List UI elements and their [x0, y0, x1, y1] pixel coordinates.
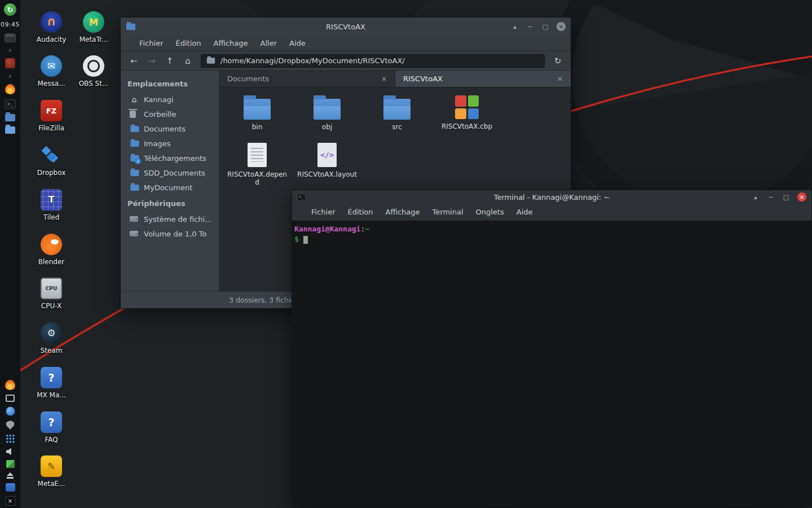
forward-button[interactable]: →	[143, 54, 160, 68]
minimize-button[interactable]: −	[526, 23, 534, 30]
menu-terminal[interactable]: Terminal	[426, 208, 470, 216]
sidebar-item-home[interactable]: ⌂ Kannagi	[121, 92, 219, 107]
download-folder-icon: ↓	[130, 155, 139, 162]
desktop-icon-cpux[interactable]: CPU-X	[30, 278, 73, 310]
dark-window-app-icon[interactable]	[5, 33, 16, 42]
path-bar[interactable]: /home/Kannagi/Dropbox/MyDocument/RISCVto…	[201, 54, 545, 68]
file-item-obj[interactable]: obj	[292, 95, 362, 143]
package-icon[interactable]	[6, 460, 15, 468]
desktop-icon-dropbox[interactable]: Dropbox	[30, 144, 73, 177]
close-glyph: ×	[8, 498, 12, 504]
menu-onglets[interactable]: Onglets	[470, 208, 510, 216]
sidebar-item-documents[interactable]: Documents	[121, 121, 219, 136]
tab-close-icon[interactable]: ×	[381, 75, 387, 83]
firefox-icon[interactable]	[5, 380, 15, 390]
file-name: RISCVtoAX.cbp	[435, 122, 498, 130]
globe-browser-icon[interactable]	[6, 406, 15, 416]
codeblocks-project-icon	[455, 95, 479, 119]
menu-aller[interactable]: Aller	[254, 39, 283, 47]
file-item-cbp[interactable]: RISCVtoAX.cbp	[432, 95, 502, 143]
sidebar-item-downloads[interactable]: ↓ Téléchargements	[121, 151, 219, 165]
sidebar-item-filesystem[interactable]: Système de fichi...	[121, 212, 219, 226]
desktop-icon-faq[interactable]: FAQ	[30, 411, 73, 444]
shield-icon[interactable]	[6, 421, 14, 430]
prompt-user: Kannagi	[294, 225, 325, 233]
maximize-button[interactable]: □	[782, 194, 790, 201]
close-button[interactable]: ×	[557, 22, 566, 31]
sidebar-item-sdd-documents[interactable]: SDD_Documents	[121, 165, 219, 180]
home-button[interactable]: ⌂	[179, 54, 196, 68]
desktop-icon-filezilla[interactable]: FileZilla	[30, 100, 73, 132]
desktop-icon-label: Blender	[38, 258, 65, 266]
eject-icon[interactable]	[7, 472, 14, 479]
file-item-depend[interactable]: RISCVtoAX.depend	[222, 143, 292, 190]
close-button[interactable]: ×	[797, 192, 806, 202]
sidebar-item-images[interactable]: Images	[121, 136, 219, 151]
desktop-icon-steam[interactable]: Steam	[30, 322, 73, 354]
folder-icon	[383, 99, 411, 120]
folder-icon	[314, 99, 341, 120]
menu-aide[interactable]: Aide	[283, 39, 312, 47]
folder-glyph	[5, 126, 15, 134]
eject-bar	[7, 477, 14, 479]
window-outline-icon[interactable]	[6, 395, 15, 402]
menu-edition[interactable]: Édition	[170, 39, 208, 47]
red-app-icon[interactable]	[5, 58, 15, 68]
desktop-icon-blender[interactable]: Blender	[30, 234, 73, 266]
minimize-button[interactable]: −	[767, 194, 775, 201]
tab-riscvtoax[interactable]: RISCVtoAX ×	[395, 71, 571, 87]
desktop-icon-obs-studio[interactable]: OBS St...	[72, 55, 115, 87]
panel-clock[interactable]: 09:45	[1, 21, 20, 28]
flame-icon[interactable]	[5, 84, 15, 94]
file-item-bin[interactable]: bin	[222, 95, 292, 143]
up-button[interactable]: ↑	[161, 54, 178, 68]
desktop-icon-metatrader[interactable]: MetaTr...	[72, 11, 115, 43]
desktop-icon-audacity[interactable]: Audacity	[30, 11, 73, 43]
maximize-button[interactable]: □	[541, 23, 549, 30]
menu-fichier[interactable]: Fichier	[305, 208, 342, 216]
sidebar-item-label: Corbeille	[144, 110, 176, 119]
terminal-titlebar[interactable]: Terminal - Kannagi@Kannagi: ~ ▴ − □ ×	[292, 190, 811, 204]
file-name: bin	[226, 123, 289, 131]
workspace-icon[interactable]	[6, 483, 15, 492]
mx-updater-icon[interactable]: ↻	[4, 3, 16, 16]
sidebar-item-volume[interactable]: Volume de 1,0 To	[121, 226, 219, 241]
desktop-icon-mx-manual[interactable]: MX Ma...	[30, 367, 73, 399]
folder-open-icon[interactable]	[5, 126, 15, 134]
metatrader-icon	[83, 11, 104, 33]
tab-close-icon[interactable]: ×	[557, 75, 563, 83]
menu-affichage[interactable]: Affichage	[379, 208, 426, 216]
volume-icon[interactable]	[6, 448, 15, 456]
menu-affichage[interactable]: Affichage	[207, 39, 254, 47]
chevron-right-icon[interactable]: ›	[9, 73, 12, 79]
shade-button[interactable]: ▴	[752, 194, 760, 201]
menu-fichier[interactable]: Fichier	[133, 39, 170, 47]
file-item-layout[interactable]: </> RISCVtoAX.layout	[292, 143, 362, 190]
blender-icon	[41, 234, 62, 255]
sidebar-item-trash[interactable]: Corbeille	[121, 107, 219, 121]
desktop-icon-metaeditor[interactable]: MetaE...	[30, 456, 73, 488]
menu-edition[interactable]: Édition	[342, 208, 379, 216]
terminal-launcher-icon[interactable]	[5, 99, 16, 109]
file-item-src[interactable]: src	[362, 95, 432, 143]
folder-icon	[244, 99, 271, 120]
folder-icon[interactable]	[5, 114, 15, 121]
tab-documents[interactable]: Documents ×	[219, 71, 395, 87]
terminal-output[interactable]: Kannagi@Kannagi:~ $	[292, 221, 811, 506]
shade-button[interactable]: ▴	[511, 23, 519, 30]
back-button[interactable]: ←	[125, 54, 142, 68]
refresh-button[interactable]: ↻	[549, 54, 566, 68]
file-manager-toolbar: ← → ↑ ⌂ /home/Kannagi/Dropbox/MyDocument…	[121, 51, 571, 71]
sidebar-item-mydocument[interactable]: MyDocument	[121, 180, 219, 195]
desktop-icon-label: Audacity	[37, 36, 67, 43]
trash-icon	[130, 111, 139, 118]
desktop-icon-tiled[interactable]: Tiled	[30, 189, 73, 221]
dots-grid-icon[interactable]	[6, 434, 15, 443]
chevron-right-icon[interactable]: ›	[9, 47, 12, 53]
show-desktop-icon[interactable]: ×	[6, 496, 15, 506]
file-manager-titlebar[interactable]: RISCVtoAX ▴ − □ ×	[121, 17, 571, 36]
path-text: /home/Kannagi/Dropbox/MyDocument/RISCVto…	[220, 56, 405, 65]
menu-aide[interactable]: Aide	[510, 208, 539, 216]
prompt-host: Kannagi	[330, 225, 361, 233]
desktop-icon-messagerie[interactable]: Messa...	[30, 55, 73, 87]
